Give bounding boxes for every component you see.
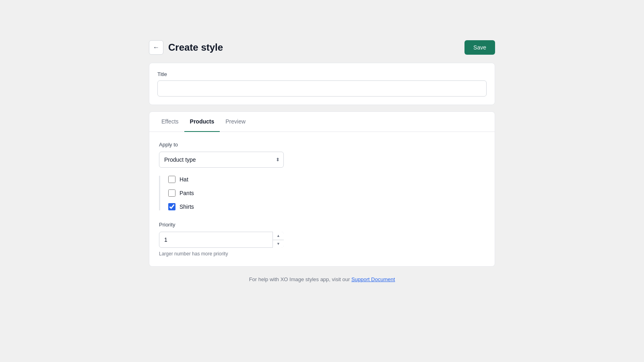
priority-hint: Larger number has more priority — [159, 251, 485, 257]
support-document-link[interactable]: Support Document — [351, 276, 395, 282]
priority-input[interactable] — [159, 232, 284, 248]
checkbox-shirts[interactable] — [168, 203, 175, 210]
tab-effects[interactable]: Effects — [156, 112, 184, 132]
header-row: ← Create style Save — [149, 40, 495, 55]
title-label: Title — [157, 71, 487, 77]
checkbox-item-hat[interactable]: Hat — [168, 176, 485, 183]
footer: For help with XO Image styles app, visit… — [149, 276, 495, 282]
title-card: Title — [149, 63, 495, 105]
checkbox-label-hat: Hat — [180, 176, 188, 183]
checkbox-item-shirts[interactable]: Shirts — [168, 203, 485, 210]
save-button[interactable]: Save — [464, 40, 495, 55]
header-left: ← Create style — [149, 40, 223, 55]
checkbox-label-shirts: Shirts — [180, 204, 194, 210]
tabs-row: Effects Products Preview — [149, 112, 495, 132]
checkbox-hat[interactable] — [168, 176, 175, 183]
checkbox-list: Hat Pants Shirts — [159, 176, 485, 210]
footer-text-before: For help with XO Image styles app, visit… — [249, 276, 351, 282]
priority-label: Priority — [159, 222, 485, 228]
spinner-up-button[interactable]: ▲ — [273, 232, 284, 240]
tab-preview[interactable]: Preview — [220, 112, 251, 132]
spinner-buttons: ▲ ▼ — [272, 232, 284, 248]
apply-to-select-wrapper: Product type All products Specific produ… — [159, 152, 284, 168]
priority-input-wrapper: ▲ ▼ — [159, 232, 284, 248]
apply-to-select[interactable]: Product type All products Specific produ… — [159, 152, 284, 168]
page-title: Create style — [168, 42, 223, 53]
tab-products[interactable]: Products — [184, 112, 220, 132]
back-button[interactable]: ← — [149, 40, 163, 55]
checkbox-pants[interactable] — [168, 189, 175, 197]
back-arrow-icon: ← — [153, 44, 159, 51]
apply-to-label: Apply to — [159, 142, 485, 148]
spinner-down-button[interactable]: ▼ — [273, 240, 284, 248]
products-panel: Apply to Product type All products Speci… — [149, 132, 495, 266]
checkbox-label-pants: Pants — [180, 190, 194, 196]
title-input[interactable] — [157, 80, 487, 97]
tabs-card: Effects Products Preview Apply to Produc… — [149, 111, 495, 267]
checkbox-item-pants[interactable]: Pants — [168, 189, 485, 197]
